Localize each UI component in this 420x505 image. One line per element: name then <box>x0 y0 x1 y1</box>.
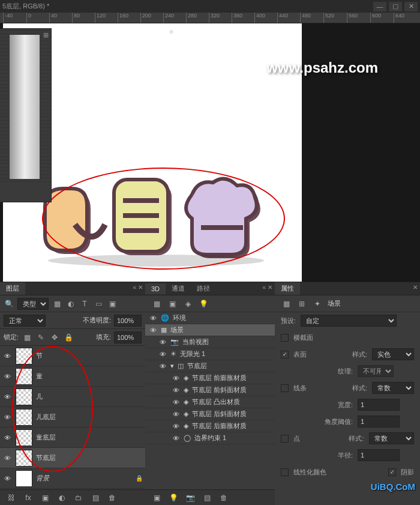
layer-item[interactable]: 👁节底层 <box>0 448 145 468</box>
scene-item[interactable]: 👁◈节底层 后斜面材质 <box>145 408 275 420</box>
opacity-input[interactable] <box>114 315 142 327</box>
minimize-button[interactable]: — <box>373 2 386 11</box>
layer-thumbnail[interactable] <box>16 450 32 467</box>
layer-kind-filter[interactable]: 类型 <box>17 298 49 310</box>
surface-texture-select[interactable]: 不可用 <box>358 365 394 377</box>
surface-style-select[interactable]: 实色 <box>372 348 414 360</box>
search-icon[interactable]: 🔍 <box>4 298 14 309</box>
layer-thumbnail[interactable] <box>16 409 32 426</box>
points-checkbox[interactable] <box>281 435 289 443</box>
prop-coords-icon[interactable]: ⊞ <box>296 298 307 309</box>
maximize-button[interactable]: ▢ <box>389 2 402 11</box>
adjustment-icon[interactable]: ◐ <box>56 492 67 503</box>
visibility-toggle[interactable]: 👁 <box>158 349 167 359</box>
layer-thumbnail[interactable] <box>16 389 32 405</box>
trash-icon[interactable]: 🗑 <box>107 492 118 503</box>
visibility-toggle[interactable]: 👁 <box>2 453 12 463</box>
scene-item[interactable]: 👁◯边界约束 1 <box>145 432 275 444</box>
lines-style-select[interactable]: 常数 <box>372 382 414 394</box>
linearize-checkbox[interactable] <box>281 468 289 476</box>
tab-properties[interactable]: 属性 <box>275 282 300 295</box>
layer-thumbnail[interactable] <box>16 429 32 446</box>
lock-transparency-icon[interactable]: ▦ <box>22 332 32 343</box>
visibility-toggle[interactable]: 👁 <box>172 386 180 395</box>
canvas-area[interactable]: ✳ <box>0 23 420 282</box>
filter-adjust-icon[interactable]: ◐ <box>65 298 76 309</box>
filter-material-icon[interactable]: ◈ <box>182 298 193 309</box>
prop-scene-icon[interactable]: ▦ <box>281 298 292 309</box>
visibility-toggle[interactable]: 👁 <box>2 474 12 483</box>
lock-brush-icon[interactable]: ✎ <box>35 332 46 343</box>
visibility-toggle[interactable]: 👁 <box>149 325 157 335</box>
layer-item[interactable]: 👁童底层 <box>0 428 145 448</box>
visibility-toggle[interactable]: 👁 <box>158 361 167 371</box>
fill-input[interactable] <box>114 331 142 343</box>
visibility-toggle[interactable]: 👁 <box>172 434 180 443</box>
close-icon[interactable]: ✕ <box>138 284 143 291</box>
render-icon[interactable]: ▣ <box>151 492 162 503</box>
chevron-down-icon[interactable]: ▾ <box>170 362 174 370</box>
blend-mode-select[interactable]: 正常 <box>4 315 46 327</box>
fx-icon[interactable]: fx <box>23 492 34 503</box>
lines-width-input[interactable] <box>358 399 400 411</box>
scene-item[interactable]: 👁◈节底层 前膨胀材质 <box>145 372 275 384</box>
close-icon[interactable]: ✕ <box>268 284 272 291</box>
collapse-icon[interactable]: « <box>262 284 266 291</box>
layer-thumbnail[interactable] <box>16 348 32 364</box>
filter-smart-icon[interactable]: ▣ <box>107 298 118 309</box>
scene-item[interactable]: 👁📷当前视图 <box>145 336 275 348</box>
scene-item[interactable]: 👁🌐环境 <box>145 312 275 324</box>
scene-item[interactable]: 👁◈节底层 前斜面材质 <box>145 384 275 396</box>
tab-layers[interactable]: 图层 <box>0 282 25 295</box>
new-layer-icon[interactable]: ▤ <box>90 492 101 503</box>
visibility-toggle[interactable]: 👁 <box>149 313 157 323</box>
prop-light-icon[interactable]: ✦ <box>312 298 323 309</box>
scene-item[interactable]: 👁▦场景 <box>145 324 275 336</box>
layer-item[interactable]: 👁节 <box>0 346 145 366</box>
tab-channels[interactable]: 通道 <box>166 282 191 295</box>
scene-item[interactable]: 👁☀无限光 1 <box>145 348 275 360</box>
visibility-toggle[interactable]: 👁 <box>172 398 180 407</box>
filter-pixel-icon[interactable]: ▦ <box>52 298 62 309</box>
lock-all-icon[interactable]: 🔒 <box>63 332 74 343</box>
filter-whole-icon[interactable]: ▦ <box>151 298 162 309</box>
visibility-toggle[interactable]: 👁 <box>2 351 12 361</box>
light-icon[interactable]: 💡 <box>168 492 179 503</box>
visibility-toggle[interactable]: 👁 <box>2 392 12 402</box>
layer-item[interactable]: 👁背景🔒 <box>0 468 145 489</box>
trash-icon[interactable]: 🗑 <box>218 492 229 503</box>
mask-icon[interactable]: ▣ <box>40 492 50 503</box>
navigator-thumbnail[interactable] <box>10 35 40 179</box>
scene-item[interactable]: 👁▾◫节底层 <box>145 360 275 372</box>
filter-type-icon[interactable]: T <box>79 298 90 309</box>
surface-checkbox[interactable]: ✓ <box>281 351 289 358</box>
visibility-toggle[interactable]: 👁 <box>2 433 12 443</box>
group-icon[interactable]: 🗀 <box>73 492 84 503</box>
layer-item[interactable]: 👁儿底层 <box>0 407 145 428</box>
visibility-toggle[interactable]: 👁 <box>172 373 180 383</box>
collapse-icon[interactable]: « <box>133 284 136 291</box>
lines-checkbox[interactable] <box>281 384 289 392</box>
lines-angle-input[interactable] <box>358 416 400 428</box>
navigator-close-icon[interactable]: ⊞ <box>43 31 49 39</box>
layer-thumbnail[interactable] <box>16 470 32 487</box>
visibility-toggle[interactable]: 👁 <box>2 372 12 381</box>
visibility-toggle[interactable]: 👁 <box>172 410 180 419</box>
visibility-toggle[interactable]: 👁 <box>158 337 167 347</box>
points-style-select[interactable]: 常数 <box>369 432 414 444</box>
3d-scene-list[interactable]: 👁🌐环境 👁▦场景 👁📷当前视图 👁☀无限光 1 👁▾◫节底层 👁◈节底层 前膨… <box>145 312 275 456</box>
visibility-toggle[interactable]: 👁 <box>2 413 12 422</box>
shadow-checkbox[interactable]: ✓ <box>388 468 396 476</box>
scene-item[interactable]: 👁◈节底层 后膨胀材质 <box>145 420 275 432</box>
tab-paths[interactable]: 路径 <box>191 282 216 295</box>
cross-section-checkbox[interactable] <box>281 334 289 342</box>
layer-item[interactable]: 👁儿 <box>0 387 145 407</box>
close-button[interactable]: ✕ <box>404 2 418 11</box>
filter-shape-icon[interactable]: ▭ <box>93 298 104 309</box>
lock-move-icon[interactable]: ✥ <box>49 332 60 343</box>
camera-icon[interactable]: 📷 <box>185 492 196 503</box>
preset-select[interactable]: 自定 <box>301 315 397 327</box>
visibility-toggle[interactable]: 👁 <box>172 422 180 431</box>
scene-item[interactable]: 👁◈节底层 凸出材质 <box>145 396 275 408</box>
link-layers-icon[interactable]: ⛓ <box>6 492 17 503</box>
